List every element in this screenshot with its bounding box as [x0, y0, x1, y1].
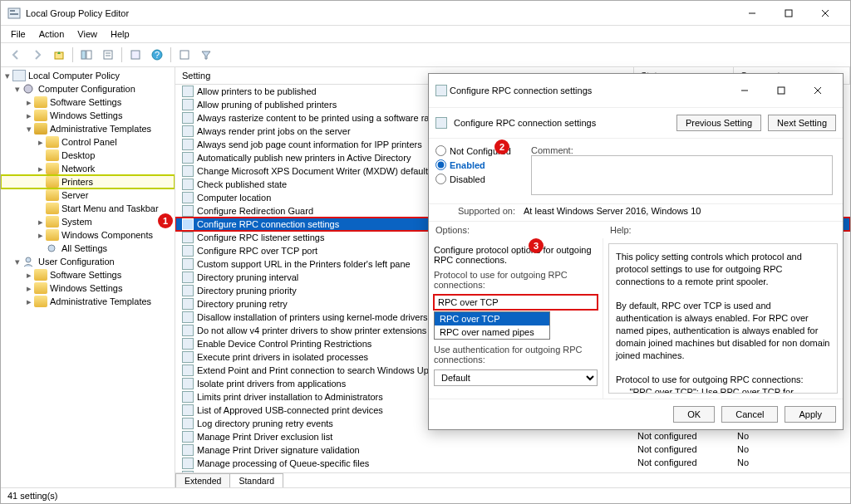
menu-view[interactable]: View	[77, 29, 97, 39]
tree-windows-components[interactable]: ▸Windows Components	[1, 228, 175, 242]
tree-system[interactable]: ▸System	[1, 215, 175, 228]
svg-rect-4	[785, 10, 792, 17]
menu-file[interactable]: File	[11, 29, 26, 39]
tree-printers[interactable]: Printers	[1, 175, 175, 188]
export-list-button[interactable]	[98, 46, 118, 64]
menu-help[interactable]: Help	[111, 29, 130, 39]
sheet-icon	[435, 85, 447, 96]
svg-rect-11	[131, 51, 140, 59]
help-label: Help:	[610, 225, 632, 235]
chevron-down-icon[interactable]: ▾	[12, 84, 22, 95]
up-button[interactable]	[49, 46, 69, 64]
folder-icon	[46, 216, 59, 228]
svg-point-15	[24, 85, 32, 93]
ok-button[interactable]: OK	[673, 406, 715, 423]
tab-extended[interactable]: Extended	[175, 473, 230, 487]
protocol-option-tcp[interactable]: RPC over TCP	[435, 312, 549, 325]
maximize-button[interactable]	[770, 2, 807, 25]
tree-user-windows-settings[interactable]: ▸Windows Settings	[1, 281, 175, 295]
forward-button[interactable]	[27, 46, 47, 64]
comment-textarea[interactable]	[531, 155, 833, 195]
protocol-select[interactable]: RPC over TCP	[434, 295, 598, 310]
protocol-option-pipes[interactable]: RPC over named pipes	[435, 325, 549, 339]
dialog-minimize-button[interactable]	[726, 79, 763, 102]
sheet-icon	[182, 232, 194, 243]
list-row[interactable]: Manage processing of Queue-specific file…	[175, 457, 850, 470]
folder-icon	[46, 136, 59, 148]
dialog-close-button[interactable]	[799, 79, 836, 102]
folder-icon	[46, 229, 59, 241]
sheet-icon	[182, 418, 194, 429]
radio-disabled[interactable]: Disabled	[435, 174, 511, 184]
settings-icon	[46, 242, 59, 254]
previous-setting-button[interactable]: Previous Setting	[676, 115, 761, 131]
setting-name: Change Microsoft XPS Document Writer (MX…	[197, 166, 448, 176]
tree-desktop[interactable]: Desktop	[1, 149, 175, 162]
chevron-right-icon[interactable]: ▸	[24, 110, 34, 121]
chevron-down-icon[interactable]: ▾	[2, 71, 12, 81]
cancel-button[interactable]: Cancel	[721, 406, 778, 423]
tree-server[interactable]: Server	[1, 188, 175, 202]
sheet-icon	[182, 258, 194, 270]
chevron-right-icon[interactable]: ▸	[36, 137, 46, 148]
next-setting-button[interactable]: Next Setting	[768, 115, 836, 131]
protocol-dropdown: RPC over TCP RPC over named pipes	[434, 311, 550, 340]
tree-software-settings[interactable]: ▸Software Settings	[1, 95, 175, 109]
setting-name: Manage Print Driver exclusion list	[197, 432, 332, 442]
user-icon	[22, 256, 36, 267]
apply-button[interactable]: Apply	[785, 406, 836, 423]
minimize-button[interactable]	[734, 2, 770, 25]
chevron-right-icon[interactable]: ▸	[24, 296, 34, 307]
folder-icon	[46, 176, 59, 188]
tree-administrative-templates[interactable]: ▾Administrative Templates	[1, 122, 175, 135]
auth-select[interactable]: Default	[434, 369, 598, 386]
tree-root[interactable]: ▾ Local Computer Policy	[1, 69, 175, 82]
console-tree[interactable]: ▾ Local Computer Policy ▾ Computer Confi…	[1, 67, 175, 487]
tree-label: Software Settings	[50, 97, 121, 107]
chevron-down-icon[interactable]: ▾	[12, 257, 22, 267]
refresh-button[interactable]	[125, 46, 145, 64]
radio-enabled[interactable]: Enabled	[435, 159, 511, 170]
tree-label: All Settings	[61, 243, 107, 253]
sheet-icon	[182, 139, 194, 150]
setting-name: Directory pruning interval	[197, 272, 298, 282]
tree-all-settings[interactable]: All Settings	[1, 242, 175, 255]
sheet-icon	[182, 125, 194, 137]
gear-icon	[22, 83, 36, 95]
tree-start-menu-taskbar[interactable]: Start Menu and Taskbar	[1, 202, 175, 215]
list-row[interactable]: Manage Print Driver exclusion listNot co…	[175, 430, 850, 443]
tree-control-panel[interactable]: ▸Control Panel	[1, 135, 175, 149]
chevron-right-icon[interactable]: ▸	[24, 283, 34, 294]
tree-computer-configuration[interactable]: ▾ Computer Configuration	[1, 82, 175, 95]
list-row[interactable]: Manage Print Driver signature validation…	[175, 443, 850, 457]
list-tabs: Extended Standard	[175, 472, 850, 487]
tree-user-software-settings[interactable]: ▸Software Settings	[1, 268, 175, 281]
setting-name: Check published state	[197, 179, 287, 189]
menu-action[interactable]: Action	[39, 29, 65, 39]
setting-name: Enable Device Control Printing Restricti…	[197, 339, 371, 349]
back-button[interactable]	[6, 46, 26, 64]
chevron-right-icon[interactable]: ▸	[36, 230, 46, 241]
funnel-icon[interactable]	[196, 46, 216, 64]
tree-user-admin-templates[interactable]: ▸Administrative Templates	[1, 295, 175, 308]
svg-rect-2	[10, 13, 18, 15]
chevron-right-icon[interactable]: ▸	[24, 97, 34, 108]
setting-name: Configure RPC listener settings	[197, 232, 324, 242]
setting-name: Isolate print drivers from applications	[197, 379, 346, 389]
dialog-subtitle: Configure RPC connection settings	[454, 118, 670, 128]
tree-windows-settings[interactable]: ▸Windows Settings	[1, 109, 175, 122]
dialog-maximize-button[interactable]	[763, 79, 799, 102]
tree-network[interactable]: ▸Network	[1, 162, 175, 175]
folder-icon	[34, 96, 47, 108]
show-hide-tree-button[interactable]	[76, 46, 96, 64]
chevron-right-icon[interactable]: ▸	[36, 217, 46, 228]
help-button[interactable]: ?	[147, 46, 167, 64]
close-button[interactable]	[807, 2, 844, 25]
tree-user-configuration[interactable]: ▾User Configuration	[1, 255, 175, 268]
filter-button[interactable]	[175, 46, 194, 64]
help-pane[interactable]: This policy setting controls which proto…	[608, 243, 838, 394]
chevron-down-icon[interactable]: ▾	[24, 124, 34, 135]
chevron-right-icon[interactable]: ▸	[36, 164, 46, 174]
tab-standard[interactable]: Standard	[229, 473, 283, 487]
chevron-right-icon[interactable]: ▸	[24, 270, 34, 281]
